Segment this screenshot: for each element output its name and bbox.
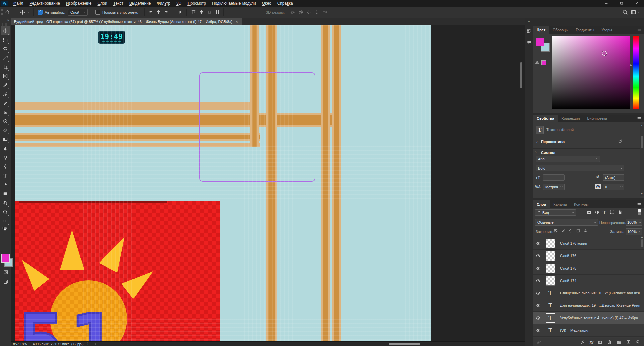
3d-slide-button[interactable] — [314, 10, 319, 15]
layer-visibility-toggle[interactable] — [533, 328, 543, 333]
reset-icon[interactable] — [618, 139, 622, 144]
tab-Контуры[interactable]: Контуры — [570, 200, 592, 208]
layer-row[interactable]: TСвященные писания: 01...xt (Guidance an… — [533, 287, 644, 299]
pen-tool[interactable] — [1, 162, 10, 171]
opacity-select[interactable]: 100% — [626, 219, 642, 226]
blur-tool[interactable] — [1, 144, 10, 153]
eraser-tool[interactable] — [1, 126, 10, 135]
filter-image-button[interactable] — [587, 210, 591, 215]
folder-button[interactable] — [616, 340, 622, 345]
character-section[interactable]: Символ — [541, 151, 555, 155]
show-transform-controls-checkbox[interactable] — [95, 10, 100, 15]
tab-Слои[interactable]: Слои — [533, 200, 550, 208]
status-menu-chevron[interactable]: 〉 — [87, 342, 90, 346]
hue-slider-marker[interactable] — [629, 64, 633, 67]
align-left-button[interactable] — [148, 10, 153, 15]
move-tool[interactable] — [1, 26, 10, 35]
lock-frame-button[interactable] — [576, 229, 580, 233]
screen-mode-button[interactable] — [1, 278, 10, 286]
layer-visibility-toggle[interactable] — [533, 241, 543, 246]
layer-visibility-toggle[interactable] — [533, 291, 543, 296]
layer-visibility-toggle[interactable] — [533, 253, 543, 258]
layer-row[interactable]: T(VI) – Медитация — [533, 324, 644, 337]
type-tool[interactable] — [1, 171, 10, 180]
workspace-button[interactable] — [631, 9, 636, 15]
saturation-brightness-field[interactable] — [552, 36, 630, 109]
align-right-button[interactable] — [164, 10, 169, 15]
dist-bottom-button[interactable] — [207, 10, 212, 15]
marquee-tool[interactable] — [1, 35, 10, 44]
zoom-level-field[interactable]: 857.18% — [13, 342, 27, 346]
perspective-section[interactable]: Перспектива — [541, 140, 565, 144]
crop-tool[interactable] — [1, 62, 10, 71]
zoom-tool[interactable] — [1, 207, 10, 216]
fx-button[interactable]: fx — [589, 340, 593, 344]
menu-item-Выделение[interactable]: Выделение — [126, 0, 154, 7]
clone-stamp-tool[interactable] — [1, 108, 10, 117]
brush-tool[interactable] — [1, 99, 10, 108]
layer-visibility-toggle[interactable] — [533, 303, 543, 308]
tab-Образцы[interactable]: Образцы — [549, 26, 572, 34]
3d-roll-button[interactable] — [298, 10, 303, 15]
layer-filter-select[interactable]: Вид — [535, 209, 576, 216]
trash-button[interactable] — [635, 340, 640, 345]
font-size-select[interactable] — [543, 174, 565, 181]
autoselect-target-select[interactable]: Слой — [68, 9, 88, 16]
horizontal-scrollbar[interactable] — [389, 343, 420, 345]
history-panel-button[interactable] — [525, 26, 533, 35]
layer-row[interactable]: TУглублённые тексты: 4...гхоша) (I) 47 –… — [533, 312, 644, 324]
tool-preset-chevron[interactable] — [26, 10, 30, 14]
tab-Библиотеки[interactable]: Библиотеки — [583, 115, 611, 122]
foreground-color-swatch[interactable] — [1, 254, 10, 263]
menu-item-Подключаемые модули[interactable]: Подключаемые модули — [209, 0, 259, 7]
lasso-tool[interactable] — [1, 44, 10, 53]
hue-slider[interactable] — [633, 36, 639, 109]
layer-row[interactable]: Слой 174 — [533, 275, 644, 287]
adjustment-button[interactable] — [595, 210, 599, 215]
menu-item-Фильтр[interactable]: Фильтр — [154, 0, 173, 7]
layer-visibility-toggle[interactable] — [533, 266, 543, 271]
panel-menu-icon[interactable] — [637, 202, 642, 207]
align-middle-button[interactable] — [177, 10, 182, 15]
tab-Свойства[interactable]: Свойства — [533, 115, 558, 122]
lock-lock-button[interactable] — [583, 229, 588, 233]
align-center-h-button[interactable] — [156, 10, 161, 15]
tool-preset-button[interactable] — [20, 9, 25, 15]
healing-brush-tool[interactable] — [1, 90, 10, 99]
link-button[interactable] — [580, 340, 585, 345]
3d-camera-button[interactable] — [322, 10, 327, 15]
more-tools[interactable] — [1, 216, 10, 225]
path-selection-tool[interactable] — [1, 180, 10, 189]
dist-horiz-button[interactable] — [215, 10, 220, 15]
dist-top-button[interactable] — [191, 10, 196, 15]
canvas[interactable]: 19:49 51 — [15, 25, 431, 341]
foreground-color-swatch[interactable] — [536, 38, 544, 46]
scroll-up-arrow[interactable]: ▲ — [641, 235, 643, 238]
layers-scrollbar[interactable] — [641, 239, 643, 247]
home-button[interactable] — [4, 9, 10, 15]
tab-Каналы[interactable]: Каналы — [550, 200, 570, 208]
maximize-button[interactable] — [614, 0, 629, 7]
filter-toggle-pill[interactable] — [638, 209, 641, 215]
filter-type-button[interactable]: T — [603, 210, 606, 215]
quick-mask-button[interactable] — [1, 268, 10, 276]
autoselect-checkbox[interactable] — [38, 10, 43, 15]
menu-item-Окно[interactable]: Окно — [259, 0, 274, 7]
3d-pan-button[interactable] — [306, 10, 311, 15]
menu-item-Файл[interactable]: Файл — [10, 0, 26, 7]
new-layer-button[interactable] — [626, 340, 631, 345]
swap-colors-button[interactable] — [2, 227, 8, 232]
history-brush-tool[interactable] — [1, 117, 10, 126]
lock-brush-button[interactable] — [561, 229, 566, 233]
menu-item-Текст[interactable]: Текст — [110, 0, 126, 7]
filter-frame-button[interactable] — [609, 210, 614, 215]
chevron-right-icon[interactable]: › — [536, 139, 538, 144]
layer-row[interactable]: Слой 176 копия — [533, 237, 644, 250]
document-tab[interactable]: Буддийский тред - ОП-картинка (67).psd @… — [11, 18, 241, 25]
layer-visibility-toggle[interactable] — [533, 315, 543, 321]
kerning-select[interactable]: Метрич — [543, 184, 565, 190]
minimize-button[interactable] — [599, 0, 614, 7]
close-x-button[interactable] — [629, 0, 644, 7]
gamut-warning-icon[interactable] — [535, 60, 540, 65]
toolbar-collapse-button[interactable]: » — [0, 18, 11, 23]
